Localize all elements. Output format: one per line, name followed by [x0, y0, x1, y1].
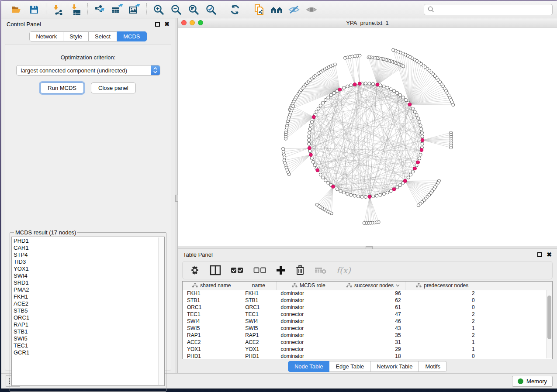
tab-network[interactable]: Network [29, 31, 63, 41]
network-node[interactable] [346, 85, 349, 88]
network-node[interactable] [292, 105, 295, 108]
network-node[interactable] [308, 150, 311, 153]
show-all-icon[interactable] [305, 3, 318, 16]
mcds-result-item[interactable]: STB5 [14, 307, 164, 314]
network-node[interactable] [419, 153, 422, 156]
network-node[interactable] [421, 135, 424, 138]
network-node[interactable] [364, 82, 367, 85]
cell-predecessor[interactable]: 2 [405, 318, 479, 325]
network-node[interactable] [411, 170, 414, 173]
network-node[interactable] [371, 195, 374, 198]
network-node[interactable] [386, 86, 389, 89]
cell-mcds_role[interactable]: connector [277, 311, 341, 318]
mcds-node[interactable] [312, 115, 315, 119]
network-node[interactable] [310, 157, 313, 160]
close-panel-button[interactable]: Close panel [91, 83, 136, 93]
network-node[interactable] [402, 65, 405, 68]
cell-name[interactable]: SWI5 [241, 325, 276, 332]
cell-successor[interactable]: 62 [341, 297, 405, 304]
mcds-node[interactable] [353, 83, 356, 86]
cell-successor[interactable]: 18 [341, 353, 405, 359]
cell-name[interactable]: RAP1 [241, 332, 276, 339]
network-node[interactable] [353, 194, 356, 197]
table-row[interactable]: SWI5SWI5connector431 [183, 325, 552, 332]
network-node[interactable] [379, 193, 382, 196]
network-node[interactable] [363, 221, 366, 224]
cell-shared_name[interactable]: SWI5 [183, 325, 241, 332]
mcds-result-item[interactable]: FKH1 [14, 293, 164, 300]
network-node[interactable] [315, 203, 318, 206]
close-window-icon[interactable] [181, 20, 187, 25]
column-header[interactable]: MCDS role [277, 282, 341, 290]
network-node[interactable] [309, 124, 312, 127]
mcds-result-item[interactable]: PMA2 [14, 286, 164, 293]
column-header[interactable]: successor nodes [341, 282, 405, 290]
cell-mcds_role[interactable]: dominator [277, 290, 341, 297]
network-node[interactable] [282, 153, 285, 156]
table-row[interactable]: STB1STB1dominator620 [183, 297, 552, 304]
deselect-all-icon[interactable] [253, 264, 266, 277]
run-mcds-button[interactable]: Run MCDS [40, 83, 84, 93]
zoom-fit-icon[interactable] [187, 3, 200, 16]
zoom-in-icon[interactable] [152, 3, 165, 16]
table-row[interactable]: YOX1YOX1connector291 [183, 346, 552, 353]
cell-successor[interactable]: 35 [341, 332, 405, 339]
mcds-node[interactable] [308, 146, 311, 150]
criterion-select[interactable]: largest connected component (undirected) [16, 65, 160, 76]
cell-predecessor[interactable]: 0 [405, 304, 479, 311]
float-table-panel-icon[interactable] [537, 252, 542, 257]
network-node[interactable] [282, 147, 285, 150]
network-node[interactable] [324, 98, 327, 101]
network-node[interactable] [332, 91, 336, 94]
cell-mcds_role[interactable]: dominator [277, 318, 341, 325]
network-node[interactable] [417, 204, 420, 207]
cell-mcds_role[interactable]: connector [277, 339, 341, 346]
mcds-result-item[interactable]: ORC1 [14, 314, 164, 321]
network-node[interactable] [452, 103, 455, 107]
network-node[interactable] [404, 98, 407, 101]
mcds-result-item[interactable]: STB1 [14, 328, 164, 335]
network-node[interactable] [351, 55, 354, 58]
mcds-node[interactable] [420, 148, 423, 152]
mcds-list-scrollbar[interactable] [158, 237, 164, 385]
network-node[interactable] [358, 54, 361, 57]
cell-shared_name[interactable]: RAP1 [183, 332, 241, 339]
cell-shared_name[interactable]: ACE2 [183, 339, 241, 346]
network-node[interactable] [418, 157, 421, 160]
network-node[interactable] [401, 96, 405, 99]
mcds-result-item[interactable]: STP4 [14, 251, 164, 258]
network-node[interactable] [317, 107, 320, 110]
cell-mcds_role[interactable]: connector [277, 325, 341, 332]
mcds-result-item[interactable]: TEC1 [14, 342, 164, 349]
network-node[interactable] [392, 89, 395, 93]
delete-rows-icon[interactable] [295, 264, 305, 277]
table-scrollbar[interactable] [546, 290, 552, 358]
mcds-result-item[interactable]: ACE2 [14, 300, 164, 307]
network-node[interactable] [399, 93, 402, 96]
network-node[interactable] [308, 131, 311, 134]
zoom-selected-icon[interactable] [204, 3, 218, 16]
network-node[interactable] [322, 101, 325, 104]
cell-mcds_role[interactable]: dominator [277, 332, 341, 339]
network-node[interactable] [311, 160, 315, 163]
mcds-result-item[interactable]: RAP1 [14, 321, 164, 328]
network-node[interactable] [407, 176, 410, 179]
network-node[interactable] [364, 195, 367, 198]
cell-name[interactable]: STB1 [241, 297, 276, 304]
tab-motifs[interactable]: Motifs [419, 361, 447, 372]
network-node[interactable] [283, 156, 286, 159]
network-node[interactable] [386, 191, 389, 194]
network-node[interactable] [333, 63, 336, 66]
cell-mcds_role[interactable]: dominator [277, 304, 341, 311]
cell-shared_name[interactable]: SWI4 [183, 318, 241, 325]
network-node[interactable] [324, 179, 327, 182]
float-panel-icon[interactable] [155, 22, 160, 27]
mcds-node[interactable] [368, 195, 371, 199]
import-table-icon[interactable] [69, 3, 82, 16]
column-selector-icon[interactable] [210, 264, 221, 277]
cell-predecessor[interactable]: 2 [405, 311, 479, 318]
add-row-icon[interactable] [276, 264, 286, 277]
cell-successor[interactable]: 43 [341, 325, 405, 332]
mcds-node[interactable] [413, 167, 417, 170]
network-graph[interactable] [178, 28, 556, 245]
